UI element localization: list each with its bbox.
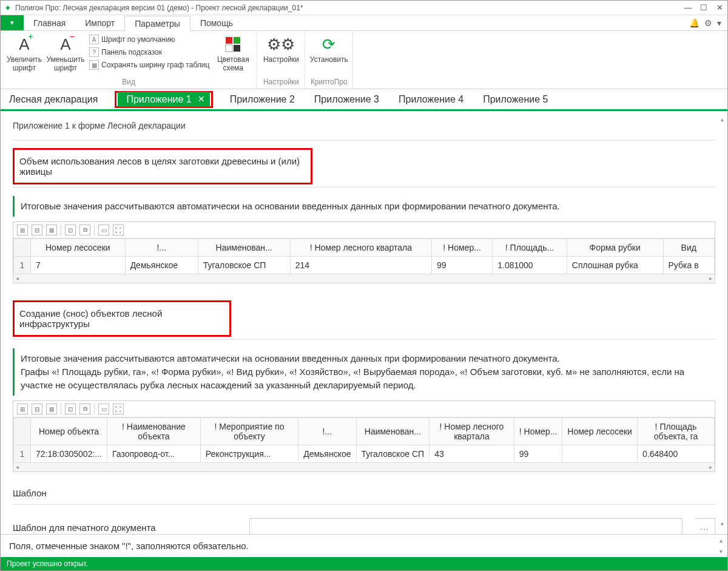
notifications-icon[interactable]: 🔔 — [689, 18, 699, 28]
table-2: ⊞ ⊟ ⊠ ⊡ ⧉ ▭ ⛶ Номер объекта ! Наименован… — [13, 400, 715, 472]
color-scheme-icon — [225, 35, 241, 54]
table2-btn-7[interactable]: ⛶ — [113, 404, 124, 414]
col-kvartal[interactable]: ! Номер лесного квартала — [290, 239, 431, 257]
doctab-appendix-3[interactable]: Приложение 3 — [312, 90, 382, 109]
table-btn-7[interactable]: ⛶ — [113, 225, 124, 235]
col-lesoseka[interactable]: Номер лесосеки — [31, 239, 126, 257]
table2-btn-1[interactable]: ⊞ — [17, 404, 28, 414]
table-btn-5[interactable]: ⧉ — [79, 225, 90, 235]
tab-help[interactable]: Помощь — [190, 15, 243, 30]
settings-small-icon[interactable]: ⚙ — [704, 18, 712, 28]
ribbon-group-crypto-label: КриптоПро — [309, 76, 349, 87]
document-tabs: Лесная декларация Приложение 1 ✕ Приложе… — [1, 89, 727, 111]
svg-rect-0 — [226, 37, 232, 44]
table-btn-6[interactable]: ▭ — [98, 225, 109, 235]
maximize-button[interactable]: ☐ — [699, 4, 708, 12]
content-area: ▴ Приложение 1 к форме Лесной декларации… — [1, 111, 727, 534]
col2-object-name[interactable]: ! Наименование объекта — [107, 418, 201, 445]
info-box-1: Итоговые значения рассчитываются автомат… — [13, 196, 715, 217]
refresh-icon: ⟳ — [322, 35, 335, 54]
section1-title: Объем использования лесов в целях загото… — [13, 148, 312, 184]
increase-font-icon: A+ — [19, 35, 29, 54]
table-btn-1[interactable]: ⊞ — [17, 225, 28, 235]
svg-rect-2 — [226, 45, 232, 52]
table2-hscroll[interactable]: ◂▸ — [13, 463, 715, 471]
col2-area[interactable]: ! Площадь объекта, га — [637, 418, 714, 445]
col2-lesoseka[interactable]: Номер лесосеки — [562, 418, 638, 445]
divider — [13, 339, 715, 340]
table-row[interactable]: 1 7 Демьянское Тугаловское СП 214 99 1.0… — [14, 257, 715, 274]
col-area[interactable]: ! Площадь... — [493, 239, 567, 257]
col-excl1[interactable]: !... — [125, 239, 198, 257]
divider — [13, 140, 715, 141]
default-font-button[interactable]: AШрифт по умолчанию — [87, 33, 212, 46]
menubar: ▾ Главная Импорт Параметры Помощь 🔔 ⚙ ▾ — [1, 15, 727, 31]
template-browse-button[interactable]: ... — [695, 518, 715, 534]
panel-down-button[interactable]: ▾ — [720, 548, 723, 555]
col2-kvartal[interactable]: ! Номер лесного квартала — [430, 418, 514, 445]
status-text: Проект успешно открыт. — [7, 559, 88, 568]
dropdown-small-icon[interactable]: ▾ — [717, 18, 721, 28]
bottom-panel: Поля, отмеченные знаком "!", заполняются… — [1, 534, 727, 557]
divider — [13, 187, 715, 188]
ribbon-group-view-label: Вид — [4, 76, 253, 87]
col2-object-num[interactable]: Номер объекта — [31, 418, 107, 445]
doctab-declaration[interactable]: Лесная декларация — [7, 90, 100, 109]
increase-font-button[interactable]: A+ Увеличить шрифт — [4, 33, 44, 73]
table-btn-4[interactable]: ⊡ — [65, 225, 76, 235]
template-label: Шаблон для печатного документа — [13, 522, 237, 533]
tab-parameters[interactable]: Параметры — [124, 16, 190, 31]
col-rubka-form[interactable]: Форма рубки — [567, 239, 663, 257]
doctab-appendix-2[interactable]: Приложение 2 — [228, 90, 297, 109]
table-btn-3[interactable]: ⊠ — [46, 225, 57, 235]
doctab-appendix-5[interactable]: Приложение 5 — [480, 90, 550, 109]
table2-btn-5[interactable]: ⧉ — [79, 404, 90, 414]
window-title: Полигон Про: Лесная декларация версии 01… — [15, 4, 684, 12]
template-heading: Шаблон — [13, 477, 715, 502]
app-logo-icon: ✦ — [4, 3, 12, 13]
col-vid[interactable]: Вид — [663, 239, 714, 257]
color-scheme-button[interactable]: Цветовая схема — [213, 33, 253, 73]
decrease-font-button[interactable]: A− Уменьшить шрифт — [46, 33, 86, 73]
divider — [13, 504, 715, 505]
col2-event[interactable]: ! Мероприятие по объекту — [200, 418, 298, 445]
minimize-button[interactable]: — — [684, 4, 692, 12]
table2-btn-6[interactable]: ▭ — [98, 404, 109, 414]
page-subtitle: Приложение 1 к форме Лесной декларации — [13, 117, 715, 138]
hint-panel-button[interactable]: ?Панель подсказок — [87, 46, 212, 58]
table-row[interactable]: 1 72:18:0305002:... Газопровод-от... Рек… — [14, 445, 715, 463]
ribbon: A+ Увеличить шрифт A− Уменьшить шрифт AШ… — [1, 31, 727, 89]
col-name1[interactable]: Наименован... — [198, 239, 290, 257]
panel-up-button[interactable]: ▴ — [720, 537, 723, 544]
template-input[interactable] — [249, 518, 682, 534]
save-column-width-button[interactable]: ▦Сохранять ширину граф таблиц — [87, 59, 212, 71]
table2-btn-2[interactable]: ⊟ — [32, 404, 42, 414]
col2-number[interactable]: ! Номер... — [514, 418, 562, 445]
doctab-appendix-1[interactable]: Приложение 1 ✕ — [118, 92, 209, 107]
section2-title: Создание (снос) объектов лесной инфрастр… — [13, 300, 231, 337]
tab-import[interactable]: Импорт — [75, 15, 124, 30]
status-bar: Проект успешно открыт. — [1, 557, 727, 570]
table2-btn-3[interactable]: ⊠ — [46, 404, 57, 414]
install-button[interactable]: ⟳ Установить — [309, 33, 349, 65]
titlebar: ✦ Полигон Про: Лесная декларация версии … — [1, 1, 727, 15]
table-btn-2[interactable]: ⊟ — [32, 225, 42, 235]
close-button[interactable]: ✕ — [715, 4, 724, 12]
col-number[interactable]: ! Номер... — [432, 239, 493, 257]
grid-icon: ▦ — [89, 60, 99, 70]
bottom-message: Поля, отмеченные знаком "!", заполняются… — [9, 541, 249, 551]
hint-icon: ? — [89, 47, 99, 57]
info-box-2: Итоговые значения рассчитываются автомат… — [13, 348, 715, 396]
ribbon-group-settings-label: Настройки — [261, 76, 301, 87]
close-tab-icon[interactable]: ✕ — [198, 94, 205, 104]
doctab-appendix-4[interactable]: Приложение 4 — [396, 90, 466, 109]
col2-excl[interactable]: !... — [298, 418, 356, 445]
table-hscroll[interactable]: ◂▸ — [13, 274, 715, 283]
col2-name[interactable]: Наименован... — [356, 418, 430, 445]
scroll-up-button[interactable]: ▴ — [718, 116, 726, 124]
table2-btn-4[interactable]: ⊡ — [65, 404, 76, 414]
settings-button[interactable]: ⚙⚙ Настройки — [261, 33, 301, 65]
tab-main[interactable]: Главная — [24, 15, 75, 30]
scroll-down-button[interactable]: ▾ — [718, 521, 726, 529]
file-menu-button[interactable]: ▾ — [1, 15, 24, 30]
